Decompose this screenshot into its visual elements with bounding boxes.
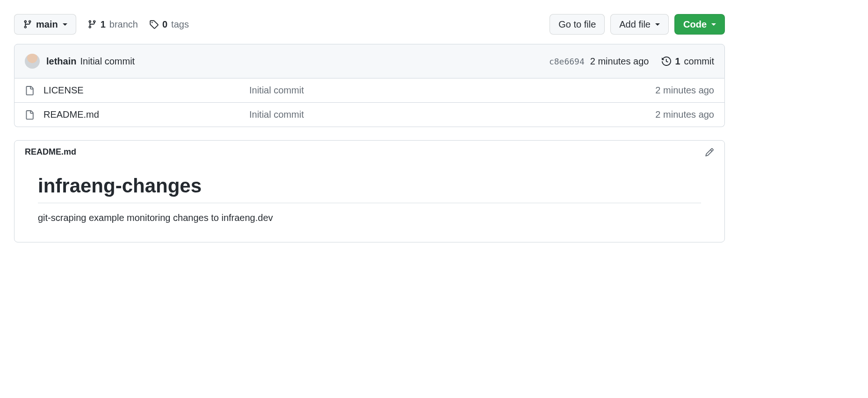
file-commit-message[interactable]: Initial commit xyxy=(249,109,655,120)
readme-paragraph: git-scraping example monitoring changes … xyxy=(38,213,701,223)
pencil-icon xyxy=(705,148,714,157)
commit-count-label: commit xyxy=(684,56,714,67)
tag-count-label: tags xyxy=(171,19,189,30)
code-label: Code xyxy=(683,18,707,30)
edit-readme-button[interactable] xyxy=(705,148,714,157)
file-icon xyxy=(25,110,34,120)
readme-body: infraeng-changes git-scraping example mo… xyxy=(14,175,724,242)
file-commit-time: 2 minutes ago xyxy=(655,85,714,96)
file-row: LICENSE Initial commit 2 minutes ago xyxy=(14,78,724,102)
readme-filename[interactable]: README.md xyxy=(25,147,76,157)
repo-toolbar: main 1 branch 0 tags Go to file Add file xyxy=(14,14,725,35)
file-list: LICENSE Initial commit 2 minutes ago REA… xyxy=(14,78,725,127)
tags-link[interactable]: 0 tags xyxy=(149,19,189,30)
commit-time: 2 minutes ago xyxy=(590,56,649,67)
file-name-link[interactable]: LICENSE xyxy=(43,85,84,95)
file-icon xyxy=(25,86,34,95)
commit-hash-link[interactable]: c8e6694 xyxy=(549,57,585,66)
readme-heading: infraeng-changes xyxy=(38,175,701,203)
add-file-label: Add file xyxy=(619,18,651,30)
commit-message-link[interactable]: Initial commit xyxy=(80,56,135,67)
branch-count: 1 xyxy=(101,19,106,30)
go-to-file-button[interactable]: Go to file xyxy=(550,14,605,35)
git-branch-icon xyxy=(23,20,32,29)
branches-link[interactable]: 1 branch xyxy=(87,19,138,30)
git-branch-icon xyxy=(87,20,97,29)
history-icon xyxy=(662,57,671,66)
branch-select-button[interactable]: main xyxy=(14,14,76,35)
readme-box: README.md infraeng-changes git-scraping … xyxy=(14,140,725,242)
commits-link[interactable]: 1 commit xyxy=(662,56,714,67)
file-name-link[interactable]: README.md xyxy=(43,109,99,120)
file-commit-time: 2 minutes ago xyxy=(655,109,714,120)
caret-down-icon xyxy=(655,23,660,26)
add-file-button[interactable]: Add file xyxy=(610,14,669,35)
file-row: README.md Initial commit 2 minutes ago xyxy=(14,102,724,127)
code-button[interactable]: Code xyxy=(674,14,725,35)
tag-count: 0 xyxy=(162,19,167,30)
tag-icon xyxy=(149,20,159,29)
readme-header: README.md xyxy=(14,141,724,163)
branch-name: main xyxy=(36,18,58,30)
file-commit-message[interactable]: Initial commit xyxy=(249,85,655,96)
branch-count-label: branch xyxy=(109,19,138,30)
avatar[interactable] xyxy=(25,54,40,69)
go-to-file-label: Go to file xyxy=(558,18,596,30)
latest-commit-bar: lethain Initial commit c8e6694 2 minutes… xyxy=(14,44,725,78)
caret-down-icon xyxy=(63,23,67,26)
commit-count-number: 1 xyxy=(675,56,680,67)
caret-down-icon xyxy=(711,23,716,26)
commit-author-link[interactable]: lethain xyxy=(46,56,76,67)
